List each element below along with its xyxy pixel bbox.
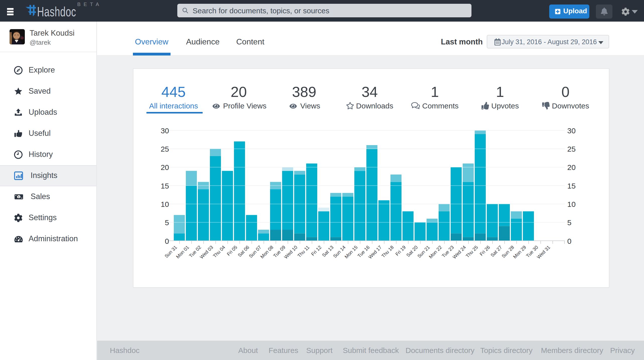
svg-text:1: 1 [18, 195, 20, 199]
svg-text:0: 0 [165, 237, 169, 245]
svg-text:Wed 03: Wed 03 [199, 245, 214, 260]
svg-text:Mon 29: Mon 29 [512, 245, 527, 260]
svg-text:Sat 27: Sat 27 [490, 245, 503, 258]
svg-text:Fri 19: Fri 19 [394, 245, 407, 257]
svg-text:Thu 11: Thu 11 [296, 245, 310, 259]
svg-text:Mon 22: Mon 22 [428, 245, 443, 260]
svg-text:Fri 05: Fri 05 [226, 245, 238, 257]
svg-text:10: 10 [567, 200, 576, 208]
svg-text:20: 20 [567, 163, 576, 171]
svg-text:Thu 04: Thu 04 [212, 245, 226, 259]
svg-text:Wed 24: Wed 24 [452, 245, 467, 260]
svg-text:Mon 08: Mon 08 [259, 245, 274, 260]
svg-text:20: 20 [161, 163, 169, 171]
svg-text:30: 30 [567, 127, 576, 135]
svg-text:Thu 25: Thu 25 [465, 245, 479, 259]
svg-text:Wed 31: Wed 31 [536, 245, 551, 260]
svg-text:Wed 10: Wed 10 [283, 245, 298, 260]
svg-text:15: 15 [161, 182, 169, 190]
svg-text:5: 5 [165, 218, 169, 227]
svg-text:Thu 18: Thu 18 [380, 245, 395, 259]
svg-text:5: 5 [567, 218, 572, 227]
svg-text:Sat 06: Sat 06 [237, 245, 250, 258]
svg-text:Wed 17: Wed 17 [367, 245, 383, 260]
svg-text:10: 10 [161, 200, 169, 208]
svg-text:Mon 01: Mon 01 [175, 245, 190, 260]
svg-text:Fri 26: Fri 26 [479, 245, 491, 257]
svg-text:30: 30 [161, 127, 169, 135]
svg-text:Sat 20: Sat 20 [405, 245, 419, 258]
svg-text:0: 0 [567, 237, 572, 245]
svg-text:15: 15 [567, 182, 576, 190]
svg-text:Fri 12: Fri 12 [310, 245, 323, 257]
svg-text:25: 25 [567, 145, 576, 153]
svg-text:Sat 13: Sat 13 [321, 245, 335, 258]
svg-text:25: 25 [161, 145, 169, 153]
svg-text:Mon 15: Mon 15 [344, 245, 359, 260]
